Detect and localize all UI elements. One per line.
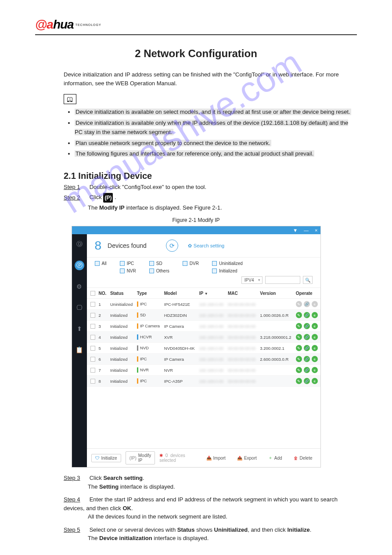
row-checkbox[interactable] xyxy=(90,379,95,384)
cell-model: NVR xyxy=(162,365,198,376)
edit-icon[interactable]: ✎ xyxy=(296,312,302,318)
row-checkbox[interactable] xyxy=(90,324,95,329)
cell-no: 6 xyxy=(97,354,109,365)
sidebar-template-icon[interactable]: 📋 xyxy=(75,345,84,355)
col-model[interactable]: Model xyxy=(162,288,198,298)
import-button[interactable]: 📥Import xyxy=(203,454,229,462)
web-icon[interactable]: e xyxy=(312,345,318,351)
window-close-icon[interactable]: × xyxy=(315,228,317,233)
table-row[interactable]: 8InitializedIPCIPC-A35P192.168.0.0000:00… xyxy=(87,376,320,387)
step-label: Step 4 xyxy=(64,495,88,504)
note-item: Plan useable network segment properly to… xyxy=(75,139,357,148)
edit-icon[interactable]: ✎ xyxy=(296,323,302,329)
sidebar-upgrade-icon[interactable]: ⬆ xyxy=(75,324,84,334)
row-checkbox[interactable] xyxy=(90,335,95,340)
table-row[interactable]: 7InitializedNVRNVR192.168.0.0000:00:00:0… xyxy=(87,365,320,376)
web-icon[interactable]: e xyxy=(312,334,318,340)
cell-ip: 192.168.0.00 xyxy=(198,321,226,332)
search-input[interactable] xyxy=(265,276,300,284)
col-no[interactable]: NO. xyxy=(97,288,109,298)
cell-model: XVR xyxy=(162,332,198,343)
modify-ip-button[interactable]: (IP)Modify IP xyxy=(126,451,155,464)
note-item: The following figures and interfaces are… xyxy=(75,149,357,159)
row-checkbox[interactable] xyxy=(90,357,95,362)
link-icon[interactable]: 🔗 xyxy=(304,334,310,340)
filter-dvr[interactable]: DVR xyxy=(183,261,199,266)
cell-status: Uninitialized xyxy=(108,299,135,310)
cell-operate: ✎🔗e xyxy=(294,365,320,376)
web-icon[interactable]: e xyxy=(312,378,318,384)
table-row[interactable]: 4InitializedHCVRXVR192.168.0.0000:00:00:… xyxy=(87,332,320,343)
cell-ip: 192.168.0.00 xyxy=(198,354,226,365)
web-icon[interactable]: e xyxy=(312,356,318,362)
row-checkbox[interactable] xyxy=(90,313,95,318)
table-row[interactable]: 1UninitializedIPCIPC-HF5421E192.168.0.00… xyxy=(87,299,320,310)
cell-no: 8 xyxy=(97,376,109,387)
step-body: Select one or several devices with Statu… xyxy=(90,526,312,533)
window-titlebar: ▼ — × xyxy=(72,226,320,234)
col-status[interactable]: Status xyxy=(108,288,135,298)
ip-version-select[interactable]: IPV4 xyxy=(241,276,263,284)
row-checkbox[interactable] xyxy=(90,302,95,307)
link-icon[interactable]: 🔗 xyxy=(304,323,310,329)
edit-icon[interactable]: ✎ xyxy=(296,378,302,384)
table-row[interactable]: 6InitializedIPCIP Camera192.168.0.0000:0… xyxy=(87,354,320,365)
window-help-icon[interactable]: ▼ xyxy=(293,228,298,233)
cell-mac: 00:00:00:00:00 xyxy=(226,376,258,387)
link-icon[interactable]: 🔗 xyxy=(304,301,310,307)
filter-nvr[interactable]: NVR xyxy=(120,268,136,273)
filter-uninitialized[interactable]: Uninitialized xyxy=(212,261,243,266)
edit-icon[interactable]: ✎ xyxy=(296,301,302,307)
sidebar-device-config-icon[interactable]: ⚙ xyxy=(75,282,84,291)
section-2-1-title: 2.1 Initializing Device xyxy=(64,171,357,181)
table-row[interactable]: 3InitializedIP CameraIP Camera192.168.0.… xyxy=(87,321,320,332)
table-row[interactable]: 2InitializedSDHDZ302DIN192.168.0.0000:00… xyxy=(87,310,320,321)
cell-model: IP Camera xyxy=(162,321,198,332)
filter-sd[interactable]: SD xyxy=(149,261,169,266)
delete-button[interactable]: 🗑Delete xyxy=(290,454,316,462)
web-icon[interactable]: e xyxy=(312,312,318,318)
cell-version xyxy=(258,376,294,387)
search-button[interactable]: 🔍 xyxy=(303,276,313,284)
filter-initialized[interactable]: Initialized xyxy=(212,268,243,273)
search-setting-link[interactable]: ✿ Search setting xyxy=(188,243,224,249)
web-icon[interactable]: e xyxy=(312,323,318,329)
cell-no: 7 xyxy=(97,365,109,376)
cell-ip: 192.168.0.00 xyxy=(198,332,226,343)
add-button[interactable]: ＋Add xyxy=(265,453,286,462)
sidebar-modify-ip-icon[interactable]: Ⓟ xyxy=(75,261,84,270)
edit-icon[interactable]: ✎ xyxy=(296,334,302,340)
edit-icon[interactable]: ✎ xyxy=(296,345,302,351)
link-icon[interactable]: 🔗 xyxy=(304,312,310,318)
link-icon[interactable]: 🔗 xyxy=(304,367,310,373)
cell-operate: ✎🔗e xyxy=(294,299,320,310)
window-minimize-icon[interactable]: — xyxy=(304,228,309,233)
col-version[interactable]: Version xyxy=(258,288,294,298)
filter-others[interactable]: Others xyxy=(149,268,169,273)
filter-all[interactable]: All xyxy=(95,261,107,266)
step-2-interface-line: The Modify IP interface is displayed. Se… xyxy=(88,204,357,211)
cell-type: NVD xyxy=(135,343,162,354)
row-checkbox[interactable] xyxy=(90,346,95,351)
refresh-button[interactable]: ⟳ xyxy=(166,239,178,252)
col-ip[interactable]: IP ▼ xyxy=(198,288,226,298)
web-icon[interactable]: e xyxy=(312,301,318,307)
edit-icon[interactable]: ✎ xyxy=(296,367,302,373)
col-mac[interactable]: MAC xyxy=(226,288,258,298)
web-icon[interactable]: e xyxy=(312,367,318,373)
row-checkbox[interactable] xyxy=(90,368,95,373)
cell-type: IPC xyxy=(135,354,162,365)
link-icon[interactable]: 🔗 xyxy=(304,345,310,351)
link-icon[interactable]: 🔗 xyxy=(304,356,310,362)
export-button[interactable]: 📤Export xyxy=(234,454,260,462)
brand-logo: @ahua xyxy=(35,18,74,32)
edit-icon[interactable]: ✎ xyxy=(296,356,302,362)
link-icon[interactable]: 🔗 xyxy=(304,378,310,384)
table-row[interactable]: 5InitializedNVDNVD0405DH-4K192.168.0.000… xyxy=(87,343,320,354)
sidebar-system-icon[interactable]: 🖵 xyxy=(75,303,84,312)
cell-mac: 00:00:00:00:00 xyxy=(226,343,258,354)
initialize-button[interactable]: 🛡Initialize xyxy=(91,454,121,462)
select-all-checkbox[interactable] xyxy=(90,291,95,296)
filter-ipc[interactable]: IPC xyxy=(120,261,136,266)
col-type[interactable]: Type xyxy=(135,288,162,298)
